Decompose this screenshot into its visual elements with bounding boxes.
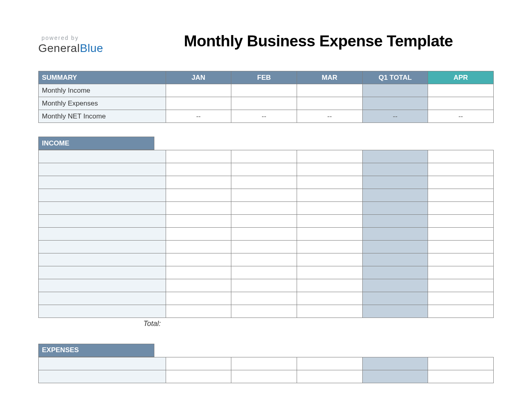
summary-cell[interactable]: -- <box>166 110 231 123</box>
data-cell[interactable] <box>231 279 297 292</box>
data-cell[interactable] <box>166 189 231 202</box>
data-cell[interactable] <box>297 176 362 189</box>
data-cell[interactable] <box>231 357 297 370</box>
data-cell[interactable] <box>231 176 297 189</box>
data-cell[interactable] <box>297 253 362 266</box>
summary-cell[interactable]: -- <box>231 110 297 123</box>
data-cell[interactable] <box>166 176 231 189</box>
row-label[interactable] <box>39 279 166 292</box>
q1-cell[interactable] <box>362 266 428 279</box>
row-label[interactable] <box>39 228 166 241</box>
data-cell[interactable] <box>231 266 297 279</box>
summary-cell[interactable] <box>428 97 494 110</box>
summary-cell[interactable]: -- <box>428 110 494 123</box>
row-label[interactable] <box>39 215 166 228</box>
data-cell[interactable] <box>428 305 494 318</box>
data-cell[interactable] <box>166 215 231 228</box>
data-cell[interactable] <box>297 163 362 176</box>
summary-cell[interactable] <box>428 84 494 97</box>
data-cell[interactable] <box>166 253 231 266</box>
q1-cell[interactable] <box>362 202 428 215</box>
summary-cell[interactable] <box>297 97 362 110</box>
summary-cell[interactable] <box>166 97 231 110</box>
data-cell[interactable] <box>166 305 231 318</box>
row-label[interactable] <box>39 189 166 202</box>
data-cell[interactable] <box>231 150 297 163</box>
data-cell[interactable] <box>428 357 494 370</box>
q1-cell[interactable] <box>362 150 428 163</box>
data-cell[interactable] <box>297 370 362 383</box>
data-cell[interactable] <box>428 241 494 253</box>
data-cell[interactable] <box>428 279 494 292</box>
data-cell[interactable] <box>297 150 362 163</box>
data-cell[interactable] <box>297 202 362 215</box>
data-cell[interactable] <box>297 292 362 305</box>
data-cell[interactable] <box>166 150 231 163</box>
data-cell[interactable] <box>428 215 494 228</box>
data-cell[interactable] <box>428 266 494 279</box>
data-cell[interactable] <box>166 228 231 241</box>
summary-cell[interactable] <box>297 84 362 97</box>
data-cell[interactable] <box>231 228 297 241</box>
summary-cell[interactable] <box>362 97 428 110</box>
data-cell[interactable] <box>428 253 494 266</box>
data-cell[interactable] <box>166 279 231 292</box>
row-label[interactable] <box>39 176 166 189</box>
summary-cell[interactable] <box>166 84 231 97</box>
row-label[interactable] <box>39 292 166 305</box>
row-label[interactable] <box>39 370 166 383</box>
data-cell[interactable] <box>231 370 297 383</box>
row-label[interactable] <box>39 241 166 253</box>
data-cell[interactable] <box>231 189 297 202</box>
row-label[interactable] <box>39 163 166 176</box>
row-label[interactable] <box>39 253 166 266</box>
q1-cell[interactable] <box>362 241 428 253</box>
data-cell[interactable] <box>297 279 362 292</box>
row-label[interactable] <box>39 202 166 215</box>
data-cell[interactable] <box>297 241 362 253</box>
row-label[interactable] <box>39 357 166 370</box>
q1-cell[interactable] <box>362 357 428 370</box>
data-cell[interactable] <box>166 266 231 279</box>
data-cell[interactable] <box>428 202 494 215</box>
data-cell[interactable] <box>297 189 362 202</box>
data-cell[interactable] <box>231 253 297 266</box>
data-cell[interactable] <box>166 163 231 176</box>
data-cell[interactable] <box>231 163 297 176</box>
summary-cell[interactable]: -- <box>297 110 362 123</box>
row-label[interactable] <box>39 266 166 279</box>
data-cell[interactable] <box>231 305 297 318</box>
q1-cell[interactable] <box>362 279 428 292</box>
summary-cell[interactable] <box>362 84 428 97</box>
q1-cell[interactable] <box>362 292 428 305</box>
q1-cell[interactable] <box>362 189 428 202</box>
data-cell[interactable] <box>428 228 494 241</box>
data-cell[interactable] <box>297 266 362 279</box>
data-cell[interactable] <box>297 228 362 241</box>
data-cell[interactable] <box>166 370 231 383</box>
summary-cell[interactable]: -- <box>362 110 428 123</box>
data-cell[interactable] <box>297 215 362 228</box>
data-cell[interactable] <box>231 215 297 228</box>
summary-cell[interactable] <box>231 84 297 97</box>
q1-cell[interactable] <box>362 370 428 383</box>
data-cell[interactable] <box>231 292 297 305</box>
data-cell[interactable] <box>428 176 494 189</box>
q1-cell[interactable] <box>362 305 428 318</box>
data-cell[interactable] <box>231 202 297 215</box>
q1-cell[interactable] <box>362 228 428 241</box>
data-cell[interactable] <box>231 241 297 253</box>
data-cell[interactable] <box>428 163 494 176</box>
row-label[interactable] <box>39 150 166 163</box>
summary-cell[interactable] <box>231 97 297 110</box>
q1-cell[interactable] <box>362 163 428 176</box>
data-cell[interactable] <box>166 357 231 370</box>
row-label[interactable] <box>39 305 166 318</box>
data-cell[interactable] <box>428 292 494 305</box>
data-cell[interactable] <box>428 150 494 163</box>
q1-cell[interactable] <box>362 253 428 266</box>
data-cell[interactable] <box>428 370 494 383</box>
data-cell[interactable] <box>297 305 362 318</box>
data-cell[interactable] <box>166 292 231 305</box>
q1-cell[interactable] <box>362 176 428 189</box>
